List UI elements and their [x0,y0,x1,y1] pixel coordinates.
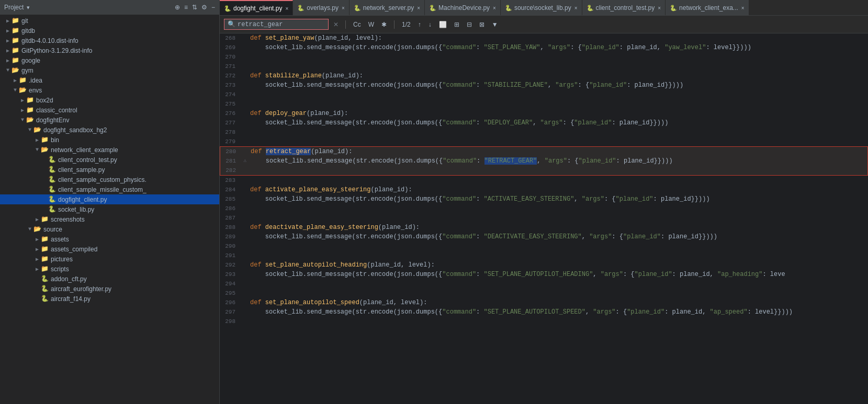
code-line-285: 285 socket_lib.send_message(str.encode(j… [220,194,868,204]
sidebar-item-google[interactable]: ▶ 📁 google [0,55,219,65]
sidebar-item-gym[interactable]: ▼ 📂 gym [0,65,219,75]
arrow-icon: ▼ [26,127,33,133]
search-icon: 🔍 [228,20,235,28]
settings-button[interactable]: ⊠ [477,20,487,29]
folder-icon: 📁 [12,37,19,44]
sidebar-item-box2d[interactable]: ▶ 📁 box2d [0,95,219,105]
options-button[interactable]: ⊟ [465,20,474,29]
py-tab-icon: 🐍 [224,5,231,12]
search-divider2 [394,20,394,29]
code-line-286: 286 [220,204,868,213]
sidebar-item-network-client-example[interactable]: ▼ 📂 network_client_example [0,145,219,155]
arrow-icon: ▼ [4,67,12,73]
folder-icon: 📁 [41,255,49,263]
code-area[interactable]: 268 def set_plane_yaw(plane_id, level): … [220,33,868,404]
collapse-all-icon[interactable]: ≡ [184,4,188,11]
sidebar-item-addon-cft[interactable]: ▶ 🐍 addon_cft.py [0,274,219,284]
tab-network-server[interactable]: 🐍 network_server.py × [350,0,425,16]
tab-close-icon[interactable]: × [741,5,745,11]
arrow-icon: ▶ [4,57,12,64]
sidebar-item-gitdb-dist[interactable]: ▶ 📁 gitdb-4.0.10.dist-info [0,36,219,45]
code-line-270: 270 [220,52,868,62]
sidebar-item-bin[interactable]: ▶ 📁 bin [0,135,219,145]
py-icon: 🐍 [41,285,49,293]
sidebar-item-dogfight-sandbox[interactable]: ▼ 📂 dogfight_sandbox_hg2 [0,125,219,135]
sidebar-item-screenshots[interactable]: ▶ 📁 screenshots [0,214,219,224]
sidebar-title: Project [4,4,24,11]
filter-button[interactable]: ▼ [490,20,500,29]
arrow-icon: ▶ [33,236,41,243]
prev-result-button[interactable]: ↑ [416,20,423,29]
folder-icon: 📂 [26,116,34,124]
tab-dogfight-client[interactable]: 🐍 dogfight_client.py × [220,0,293,16]
replace-button[interactable]: Cc [351,20,363,29]
add-folder-icon[interactable]: ⊕ [175,4,180,11]
tab-close-icon[interactable]: × [574,5,578,11]
arrow-icon: ▶ [4,18,12,24]
tab-socket-lib[interactable]: 🐍 source\socket_lib.py × [501,0,582,16]
expand-icon[interactable]: ⇅ [192,4,197,11]
folder-icon: 📂 [33,225,41,233]
arrow-icon: ▶ [33,266,41,272]
sidebar-item-socket-lib[interactable]: ▶ 🐍 socket_lib.py [0,204,219,214]
sidebar-item-client-sample[interactable]: ▶ 🐍 client_sample.py [0,165,219,175]
sidebar-item-client-sample-custom-physics[interactable]: ▶ 🐍 client_sample_custom_physics. [0,175,219,184]
tab-close-icon[interactable]: × [493,5,496,11]
sidebar-item-classic-control[interactable]: ▶ 📁 classic_control [0,105,219,115]
search-count: 1/2 [402,21,411,28]
sidebar-item-envs[interactable]: ▼ 📂 envs [0,85,219,95]
sidebar-item-dogfightenv[interactable]: ▼ 📂 dogfightEnv [0,115,219,125]
folder-icon: 📁 [19,76,27,84]
arrow-icon: ▼ [19,117,26,123]
py-icon: 🐍 [48,176,56,183]
sidebar-item-client-sample-missile[interactable]: ▶ 🐍 client_sample_missile_custom_ [0,184,219,194]
code-line-289: 289 socket_lib.send_message(str.encode(j… [220,232,868,241]
tab-close-icon[interactable]: × [417,5,420,11]
tab-overlays[interactable]: 🐍 overlays.py × [293,0,350,16]
tab-client-control-test[interactable]: 🐍 client_control_test.py × [582,0,666,16]
sidebar-item-dogfight-client[interactable]: ▶ 🐍 dogfight_client.py [0,194,219,204]
folder-icon: 📁 [41,215,49,223]
multiline-button[interactable]: ⊞ [452,20,461,29]
code-line-292: 292 def set_plane_autopilot_heading(plan… [220,260,868,270]
sidebar-item-gitpython[interactable]: ▶ 📁 GitPython-3.1.29.dist-info [0,45,219,55]
sidebar-item-idea[interactable]: ▶ 📁 .idea [0,75,219,85]
sidebar-item-pictures[interactable]: ▶ 📁 pictures [0,254,219,264]
code-line-296: 296 def set_plane_autopilot_speed(plane_… [220,298,868,307]
tab-label: dogfight_client.py [233,5,282,12]
folder-icon: 📂 [19,86,27,94]
regex-button[interactable]: ✱ [379,20,389,29]
py-tab-icon: 🐍 [429,5,436,11]
word-button[interactable]: W [366,20,376,29]
sidebar-item-source[interactable]: ▼ 📂 source [0,224,219,234]
minus-icon[interactable]: − [211,4,215,11]
sidebar-item-client-control-test[interactable]: ▶ 🐍 client_control_test.py [0,155,219,165]
tab-close-icon[interactable]: × [342,5,345,11]
folder-icon: 📂 [41,146,49,154]
sidebar-item-assets-compiled[interactable]: ▶ 📁 assets_compiled [0,244,219,254]
folder-icon: 📁 [41,245,49,253]
py-icon: 🐍 [41,275,49,283]
py-tab-icon: 🐍 [670,5,677,11]
tab-close-icon[interactable]: × [285,6,288,11]
next-result-button[interactable]: ↓ [426,20,434,29]
sidebar-item-git[interactable]: ▶ 📁 git [0,16,219,26]
sidebar-item-scripts[interactable]: ▶ 📁 scripts [0,264,219,274]
arrow-icon: ▼ [12,87,19,93]
settings-icon[interactable]: ⚙ [201,4,207,11]
code-line-274: 274 [220,90,868,99]
tab-close-icon[interactable]: × [658,5,661,11]
folder-icon: 📁 [12,47,19,54]
tab-machine-device[interactable]: 🐍 MachineDevice.py × [425,0,501,16]
sidebar-item-gitdb[interactable]: ▶ 📁 gitdb [0,26,219,36]
sidebar-item-aircraft-eurofighter[interactable]: ▶ 🐍 aircraft_eurofighter.py [0,284,219,294]
tab-label: network_server.py [363,4,414,11]
sidebar-item-assets[interactable]: ▶ 📁 assets [0,234,219,244]
search-input[interactable] [238,21,311,28]
folder-icon: 📂 [33,126,41,134]
tab-network-client-exa[interactable]: 🐍 network_client_exa... × [666,0,749,16]
expand-button[interactable]: ⬜ [437,20,449,29]
code-line-269: 269 socket_lib.send_message(str.encode(j… [220,43,868,52]
sidebar-item-aircraft-f14[interactable]: ▶ 🐍 aircraft_f14.py [0,294,219,304]
clear-search-button[interactable]: ✕ [332,20,340,29]
